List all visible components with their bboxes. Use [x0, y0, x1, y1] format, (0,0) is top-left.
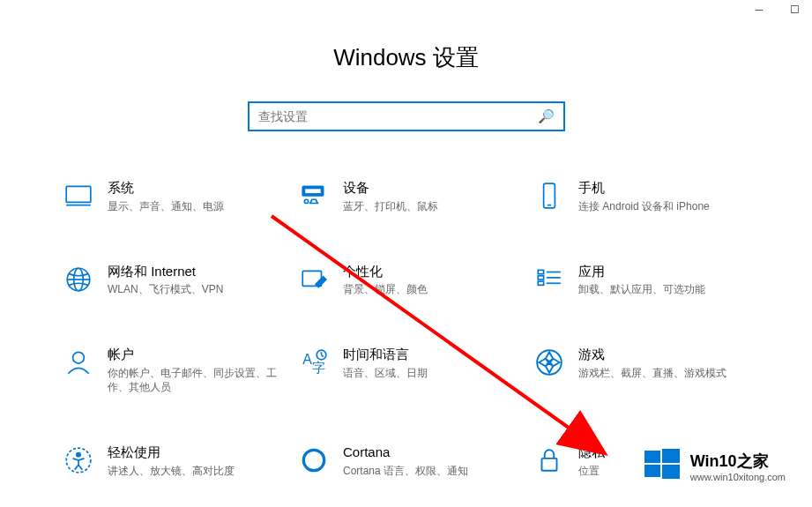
svg-point-26 — [303, 451, 324, 471]
item-desc: 语音、区域、日期 — [343, 366, 428, 380]
item-desc: 背景、锁屏、颜色 — [343, 282, 428, 296]
svg-rect-11 — [538, 270, 543, 273]
category-devices[interactable]: 设备 蓝牙、打印机、鼠标 — [297, 179, 515, 213]
svg-rect-29 — [644, 451, 660, 463]
item-desc: 位置 — [578, 464, 605, 478]
svg-rect-13 — [538, 281, 543, 285]
svg-rect-31 — [644, 465, 660, 477]
category-system[interactable]: 系统 显示、声音、通知、电源 — [62, 179, 279, 213]
item-desc: 你的帐户、电子邮件、同步设置、工作、其他人员 — [108, 366, 279, 394]
apps-icon — [533, 263, 566, 296]
personalization-icon — [297, 263, 331, 296]
svg-point-4 — [304, 199, 308, 203]
category-apps[interactable]: 应用 卸载、默认应用、可选功能 — [533, 263, 750, 297]
item-desc: 蓝牙、打印机、鼠标 — [343, 199, 438, 213]
item-text: 应用 卸载、默认应用、可选功能 — [578, 263, 705, 297]
svg-rect-32 — [662, 465, 680, 479]
item-title: 手机 — [578, 179, 710, 197]
svg-point-25 — [77, 453, 80, 457]
page-title: Windows 设置 — [0, 42, 812, 73]
item-text: 隐私 位置 — [578, 444, 605, 478]
item-text: 时间和语言 语音、区域、日期 — [343, 346, 428, 380]
item-text: 系统 显示、声音、通知、电源 — [108, 179, 224, 213]
item-title: 应用 — [578, 263, 705, 280]
item-title: 设备 — [343, 179, 438, 197]
item-text: 设备 蓝牙、打印机、鼠标 — [343, 179, 438, 213]
category-personalization[interactable]: 个性化 背景、锁屏、颜色 — [297, 263, 515, 297]
item-desc: Cortana 语言、权限、通知 — [343, 464, 468, 478]
accounts-icon — [62, 346, 95, 379]
gaming-icon — [533, 346, 566, 379]
item-text: 手机 连接 Android 设备和 iPhone — [578, 179, 710, 213]
item-title: 轻松使用 — [108, 444, 235, 461]
svg-point-17 — [73, 353, 85, 364]
item-title: 系统 — [108, 179, 224, 197]
item-title: 时间和语言 — [343, 346, 428, 363]
item-desc: 游戏栏、截屏、直播、游戏模式 — [578, 366, 726, 380]
window-controls: ─ ☐ — [741, 0, 812, 19]
svg-rect-30 — [662, 449, 680, 463]
svg-rect-0 — [66, 186, 91, 202]
item-text: 个性化 背景、锁屏、颜色 — [343, 263, 428, 297]
item-text: 网络和 Internet WLAN、飞行模式、VPN — [108, 263, 223, 297]
category-network[interactable]: 网络和 Internet WLAN、飞行模式、VPN — [62, 263, 279, 297]
item-desc: 卸载、默认应用、可选功能 — [578, 282, 705, 296]
watermark-url: www.win10xitong.com — [690, 472, 786, 482]
item-desc: 连接 Android 设备和 iPhone — [578, 199, 710, 213]
item-title: 网络和 Internet — [108, 263, 223, 280]
search-container: 🔍 — [0, 101, 812, 131]
item-title: 帐户 — [108, 346, 279, 363]
devices-icon — [297, 179, 331, 212]
search-input[interactable] — [258, 109, 538, 123]
watermark: Win10之家 www.win10xitong.com — [634, 440, 794, 493]
category-time-language[interactable]: A字 时间和语言 语音、区域、日期 — [297, 346, 515, 394]
svg-rect-12 — [538, 275, 543, 279]
globe-icon — [62, 263, 95, 296]
item-desc: WLAN、飞行模式、VPN — [108, 282, 223, 296]
phone-icon — [533, 179, 566, 212]
item-title: 个性化 — [343, 263, 428, 280]
cortana-icon — [297, 444, 331, 477]
maximize-button[interactable]: ☐ — [777, 0, 812, 19]
search-icon: 🔍 — [538, 108, 555, 124]
item-desc: 显示、声音、通知、电源 — [108, 199, 224, 213]
svg-rect-5 — [544, 183, 555, 208]
item-title: Cortana — [343, 444, 468, 461]
item-text: 游戏 游戏栏、截屏、直播、游戏模式 — [578, 346, 726, 380]
system-icon — [62, 179, 95, 212]
item-title: 游戏 — [578, 346, 726, 363]
category-cortana[interactable]: Cortana Cortana 语言、权限、通知 — [297, 444, 515, 478]
item-text: 轻松使用 讲述人、放大镜、高对比度 — [108, 444, 235, 478]
category-ease-of-access[interactable]: 轻松使用 讲述人、放大镜、高对比度 — [62, 444, 279, 478]
watermark-logo-icon — [643, 445, 682, 488]
watermark-text: Win10之家 www.win10xitong.com — [690, 451, 786, 482]
svg-rect-3 — [304, 189, 321, 194]
item-text: 帐户 你的帐户、电子邮件、同步设置、工作、其他人员 — [108, 346, 279, 394]
svg-line-22 — [322, 355, 324, 357]
time-language-icon: A字 — [297, 346, 331, 379]
category-gaming[interactable]: 游戏 游戏栏、截屏、直播、游戏模式 — [533, 346, 750, 394]
category-phone[interactable]: 手机 连接 Android 设备和 iPhone — [533, 179, 750, 213]
item-title: 隐私 — [578, 444, 605, 461]
search-box[interactable]: 🔍 — [248, 101, 565, 131]
settings-grid: 系统 显示、声音、通知、电源 设备 蓝牙、打印机、鼠标 手机 连接 Androi… — [0, 179, 812, 478]
minimize-button[interactable]: ─ — [741, 0, 777, 19]
ease-of-access-icon — [62, 444, 95, 477]
svg-rect-27 — [542, 459, 557, 471]
lock-icon — [533, 444, 566, 477]
svg-text:字: 字 — [312, 361, 325, 375]
watermark-title: Win10之家 — [690, 451, 786, 472]
item-desc: 讲述人、放大镜、高对比度 — [108, 464, 235, 478]
svg-text:A: A — [302, 353, 312, 368]
category-accounts[interactable]: 帐户 你的帐户、电子邮件、同步设置、工作、其他人员 — [62, 346, 279, 394]
item-text: Cortana Cortana 语言、权限、通知 — [343, 444, 468, 478]
